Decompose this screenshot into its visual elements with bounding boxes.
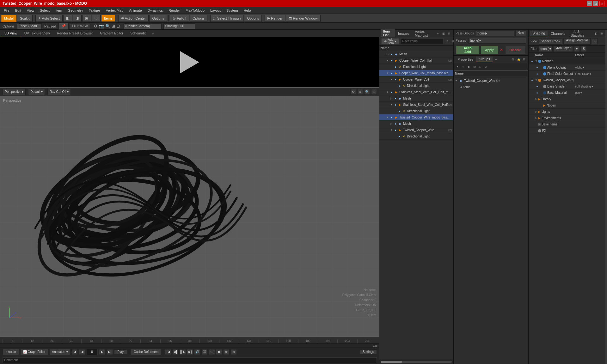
list-item[interactable]: ● ☀ Directional Light <box>379 64 453 70</box>
list-item[interactable]: ▼ ● ▶ Twisted_Cooper_Wire (2) <box>379 127 453 133</box>
shader-eye-icon[interactable] <box>535 103 539 108</box>
icon-btn-3[interactable]: ▣ <box>82 15 91 22</box>
groups-ctrl-lock[interactable]: 🔒 <box>516 57 521 62</box>
groups-icon-3[interactable]: ◐ <box>466 64 471 69</box>
options-btn1[interactable]: Options <box>149 15 167 22</box>
discard-button[interactable]: Discard <box>506 46 525 54</box>
shader-row[interactable]: ▷ ▶ Lights <box>529 109 605 115</box>
menu-geometry[interactable]: Geometry <box>65 8 85 13</box>
menu-vertex-map[interactable]: Vertex Map <box>103 8 126 13</box>
shader-f-button[interactable]: F <box>592 39 598 44</box>
visibility-icon[interactable]: ● <box>393 128 398 132</box>
groups-icon-2[interactable]: ○ <box>461 64 466 69</box>
transport-icon-7[interactable]: ⬡ <box>209 349 215 355</box>
menu-dynamics[interactable]: Dynamics <box>145 8 165 13</box>
effect-dropdown[interactable]: (all) ▾ <box>575 91 582 94</box>
new-pass-group-button[interactable]: New <box>515 31 526 36</box>
list-item[interactable]: ▷ ● ◆ Mesh <box>379 95 453 102</box>
action-center-button[interactable]: ⊕ Action Center <box>118 15 149 22</box>
transport-icon-5[interactable]: 🔊 <box>194 349 200 355</box>
visibility-icon[interactable]: ● <box>397 109 402 113</box>
shading-ctrl-1[interactable]: ◧ <box>593 31 598 36</box>
prev-frame-button[interactable]: ◀ <box>79 349 85 355</box>
shader-eye-icon[interactable] <box>530 97 534 101</box>
view-settings-icon[interactable]: ⚙ <box>350 89 356 95</box>
menu-render[interactable]: Render <box>166 8 182 13</box>
tab-images[interactable]: Images <box>395 31 412 36</box>
list-item[interactable]: ▼ ● ▶ Cooper_Wire_Coil_Half (2) <box>379 58 453 64</box>
add-panel-tab[interactable]: + <box>435 31 441 36</box>
visibility-icon[interactable]: ● <box>389 58 394 63</box>
render-window-button[interactable]: ⬒ Render Window <box>286 15 320 22</box>
menu-file[interactable]: File <box>1 8 12 13</box>
shader-eye-icon[interactable]: ● <box>530 78 534 82</box>
layer-s-button[interactable]: S <box>581 46 587 52</box>
shader-row[interactable]: ● Base Material (all) ▾ <box>529 90 605 96</box>
add-tab-button[interactable]: + <box>150 31 156 36</box>
timeline-ruler[interactable]: 0 12 24 36 48 60 72 84 96 108 120 132 14… <box>0 337 379 343</box>
comment-input[interactable] <box>3 357 377 363</box>
prev-keyframe-button[interactable]: |◀ <box>71 349 78 355</box>
view-reset-icon[interactable]: ↺ <box>357 89 363 95</box>
list-item[interactable]: ▷ ● ◆ Mesh <box>379 51 453 58</box>
list-item[interactable]: ▼ ● ▶ Cooper_Wire_Coil_modo_base.lxo <box>379 70 453 76</box>
shader-eye-icon[interactable] <box>530 110 534 114</box>
graph-editor-button[interactable]: 📈 Graph Editor <box>20 349 49 355</box>
view-icon-2[interactable]: 📷 <box>99 24 104 28</box>
groups-ctrl-1[interactable]: ⊡ <box>510 57 515 62</box>
list-item[interactable]: ● ☀ Directional Light <box>379 133 453 140</box>
menu-layout[interactable]: Layout <box>208 8 223 13</box>
shader-row[interactable]: ● ▼ Twisted_Cooper_Wire (2) <box>529 77 605 83</box>
auto-select-button[interactable]: ✦ Auto Select <box>35 15 63 22</box>
add-groups-tab[interactable]: + <box>493 57 499 62</box>
select-through-button[interactable]: ⬚ Select Through <box>210 15 243 22</box>
shader-filter-dropdown[interactable]: (none) ▾ <box>539 46 553 52</box>
tab-render-preset[interactable]: Render Preset Browser <box>54 31 96 36</box>
shader-eye-icon[interactable]: ● <box>530 59 534 64</box>
group-row[interactable]: ▼ ◆ Twisted_Cooper_Wire (3) <box>454 77 528 84</box>
scroll-thumb[interactable] <box>381 361 402 363</box>
transport-icon-2[interactable]: ◀▌ <box>172 349 179 355</box>
groups-ctrl-2[interactable]: ⊞ <box>522 57 527 62</box>
visibility-icon[interactable]: ● <box>389 115 394 120</box>
groups-content[interactable]: ▼ ◆ Twisted_Cooper_Wire (3) 3 Items <box>454 77 528 364</box>
menu-system[interactable]: System <box>224 8 241 13</box>
view-icon-3[interactable]: 🔍 <box>105 24 110 28</box>
pass-groups-dropdown[interactable]: (none) ▾ <box>475 31 514 36</box>
visibility-icon[interactable]: ● <box>393 103 398 107</box>
groups-icon-4[interactable]: ◑ <box>472 64 477 69</box>
visibility-icon[interactable]: ● <box>397 84 402 88</box>
passes-dropdown[interactable]: (none) ▾ <box>469 38 526 44</box>
sculpt-button[interactable]: Sculpt <box>17 15 33 22</box>
visibility-icon[interactable]: ● <box>397 134 402 139</box>
shader-eye-icon[interactable]: ● <box>535 72 539 76</box>
play-button-icon[interactable] <box>180 51 199 73</box>
list-item[interactable]: ▼ ● ▶ Twisted_Cooper_Wire_modo_bas... <box>379 114 453 121</box>
view-icon-5[interactable]: ⊡ <box>116 24 120 28</box>
icon-btn-4[interactable]: ⬡ <box>92 15 101 22</box>
tab-item-list[interactable]: Item List <box>381 29 395 38</box>
effect-dropdown[interactable]: Final Color ▾ <box>575 72 591 76</box>
tab-vertex-map-list[interactable]: Vertex Map List <box>412 29 435 38</box>
list-item[interactable]: ▷ ● ◆ Mesh <box>379 121 453 127</box>
list-item[interactable]: ▼ ● ▶ Stainless_Steel_Wire_Coil_Half_mod… <box>379 89 453 95</box>
play-button[interactable]: Play <box>114 349 127 354</box>
view-style-dropdown[interactable]: Default ▾ <box>28 89 45 95</box>
perspective-dropdown[interactable]: Perspective ▾ <box>3 89 26 95</box>
effect-dropdown[interactable]: Alpha ▾ <box>575 66 585 69</box>
shading-dropdown[interactable]: Shading: Full <box>163 23 195 29</box>
shader-row[interactable]: ● Base Shader Full Shading ▾ <box>529 83 605 90</box>
transport-icon-8[interactable]: ⬢ <box>216 349 222 355</box>
shader-eye-icon[interactable] <box>530 122 534 127</box>
shader-row[interactable]: ▷ ▶ Library <box>529 96 605 102</box>
tab-uv-texture[interactable]: UV Texture View <box>21 31 53 36</box>
minimize-button[interactable]: ─ <box>587 1 592 6</box>
transport-icon-6[interactable]: 🎬 <box>201 349 208 355</box>
shader-eye-icon[interactable]: ● <box>535 84 539 89</box>
menu-help[interactable]: Help <box>241 8 254 13</box>
menu-animate[interactable]: Animate <box>126 8 144 13</box>
shader-row[interactable]: ● Final Color Output Final Color ▾ <box>529 71 605 77</box>
tab-channels[interactable]: Channels <box>548 31 567 36</box>
viewport-3d[interactable]: Perspective <box>0 96 379 337</box>
tab-3d-view[interactable]: 3D View <box>1 31 21 36</box>
